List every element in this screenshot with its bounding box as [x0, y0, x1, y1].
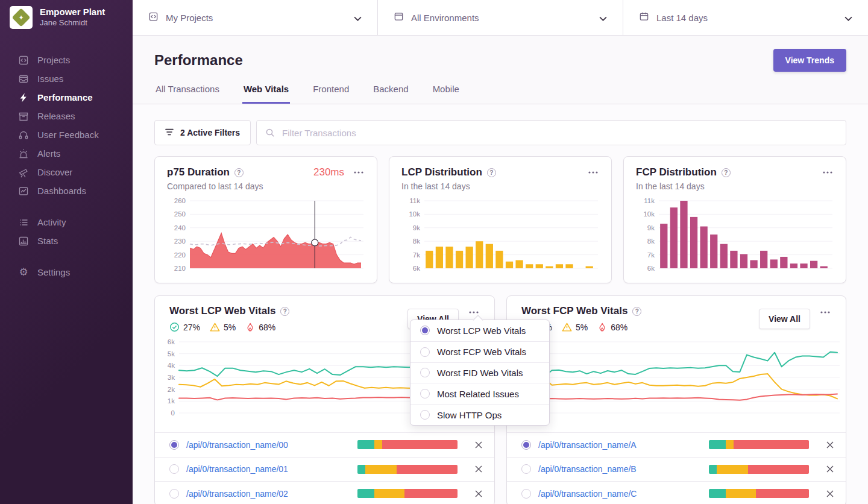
help-icon[interactable]: ? — [722, 168, 731, 177]
close-icon[interactable] — [473, 488, 484, 499]
good-stat: 27% — [169, 322, 200, 332]
close-icon[interactable] — [473, 464, 484, 474]
option-radio[interactable] — [420, 326, 430, 335]
card-menu-button[interactable] — [819, 309, 831, 316]
tab-backend[interactable]: Backend — [372, 84, 409, 104]
dropdown-option-worst-fcp-web-vitals[interactable]: Worst FCP Web Vitals — [410, 341, 549, 362]
sidebar-item-activity[interactable]: Activity — [0, 213, 133, 232]
transaction-link[interactable]: /api/0/transaction_name/00 — [186, 440, 288, 450]
daterange-selector[interactable]: Last 14 days — [623, 0, 868, 35]
vitals-type-dropdown: Worst LCP Web VitalsWorst FCP Web Vitals… — [410, 320, 550, 426]
vitals-breakdown-bar — [709, 440, 809, 449]
transaction-link[interactable]: /api/0/transaction_name/C — [538, 489, 637, 499]
sidebar-item-performance[interactable]: Performance — [0, 88, 133, 107]
sidebar-item-alerts[interactable]: Alerts — [0, 144, 133, 163]
tab-mobile[interactable]: Mobile — [432, 84, 461, 104]
option-label: Slow HTTP Ops — [437, 410, 502, 420]
active-filters-label: 2 Active Filters — [180, 128, 240, 137]
p75-duration-chart: 210220230240250260 — [167, 197, 365, 277]
performance-icon — [18, 92, 29, 103]
calendar-icon — [639, 11, 649, 24]
sidebar-item-projects[interactable]: Projects — [0, 51, 133, 69]
close-icon[interactable] — [473, 439, 484, 450]
option-radio[interactable] — [420, 410, 430, 420]
close-icon[interactable] — [825, 439, 835, 450]
dropdown-option-worst-lcp-web-vitals[interactable]: Worst LCP Web Vitals — [410, 320, 549, 341]
transaction-radio[interactable] — [169, 464, 179, 474]
vitals-breakdown-bar — [357, 465, 458, 474]
search-icon — [265, 128, 275, 140]
sidebar-item-discover[interactable]: Discover — [0, 163, 133, 181]
transaction-link[interactable]: /api/0/transaction_name/A — [538, 440, 637, 450]
transaction-radio[interactable] — [521, 464, 531, 474]
sidebar-item-dashboards[interactable]: Dashboards — [0, 181, 133, 200]
tab-all-transactions[interactable]: All Transactions — [154, 84, 221, 104]
meh-segment — [717, 465, 747, 474]
svg-text:240: 240 — [174, 224, 186, 232]
option-radio[interactable] — [420, 389, 430, 398]
dashboards-icon — [18, 186, 29, 197]
dropdown-option-slow-http-ops[interactable]: Slow HTTP Ops — [410, 404, 549, 425]
close-icon[interactable] — [825, 464, 835, 474]
sidebar: ✦ Empower Plant Jane Schmidt Projects Is… — [0, 0, 133, 504]
daterange-selector-label: Last 14 days — [656, 13, 708, 23]
option-label: Most Related Issues — [437, 389, 519, 399]
good-segment — [709, 465, 717, 474]
worst-fcp-web-vitals-card: Worst FCP Web Vitals? 27% 5% 68% View Al… — [506, 295, 846, 504]
meh-stat: 5% — [562, 322, 588, 332]
view-trends-button[interactable]: View Trends — [773, 49, 846, 72]
help-icon[interactable]: ? — [632, 307, 641, 316]
svg-text:7k: 7k — [647, 251, 655, 259]
filter-icon — [165, 128, 174, 137]
window-icon — [394, 11, 404, 24]
sidebar-item-label: User Feedback — [37, 130, 99, 140]
transaction-radio[interactable] — [521, 489, 531, 499]
meh-segment — [374, 440, 382, 449]
transaction-link[interactable]: /api/0/transaction_name/02 — [186, 489, 288, 499]
svg-text:8k: 8k — [413, 238, 420, 245]
card-menu-button[interactable] — [587, 169, 599, 176]
active-filters-button[interactable]: 2 Active Filters — [154, 120, 251, 145]
svg-text:230: 230 — [174, 238, 186, 245]
transaction-link[interactable]: /api/0/transaction_name/01 — [186, 464, 288, 474]
sidebar-item-issues[interactable]: Issues — [0, 69, 133, 88]
option-radio[interactable] — [420, 347, 430, 357]
transaction-radio[interactable] — [169, 489, 179, 499]
transaction-link[interactable]: /api/0/transaction_name/B — [538, 464, 637, 474]
card-title: FCP Distribution — [636, 166, 717, 178]
sidebar-item-stats[interactable]: Stats — [0, 232, 133, 250]
option-label: Worst FID Web Vitals — [437, 368, 523, 378]
transaction-radio[interactable] — [521, 440, 531, 450]
dropdown-option-most-related-issues[interactable]: Most Related Issues — [410, 383, 549, 404]
project-selector[interactable]: My Projects — [133, 0, 377, 35]
search-input[interactable] — [256, 120, 846, 145]
sidebar-item-label: Releases — [37, 111, 75, 121]
project-icon — [148, 11, 159, 24]
view-all-button[interactable]: View All — [759, 309, 810, 329]
sidebar-item-user-feedback[interactable]: User Feedback — [0, 125, 133, 144]
help-icon[interactable]: ? — [234, 168, 244, 177]
org-switcher[interactable]: ✦ Empower Plant Jane Schmidt — [0, 0, 133, 35]
svg-text:6k: 6k — [168, 338, 175, 345]
svg-text:260: 260 — [174, 197, 186, 204]
warning-icon — [210, 322, 220, 332]
environment-selector[interactable]: All Environments — [377, 0, 623, 35]
vitals-breakdown-bar — [709, 465, 809, 474]
card-menu-button[interactable] — [353, 169, 365, 176]
svg-text:7k: 7k — [413, 251, 420, 259]
vitals-breakdown-bar — [709, 489, 809, 498]
help-icon[interactable]: ? — [280, 307, 289, 316]
sidebar-item-releases[interactable]: Releases — [0, 107, 133, 125]
svg-text:10k: 10k — [643, 210, 655, 218]
transaction-radio[interactable] — [169, 440, 179, 450]
sidebar-item-settings[interactable]: ⚙ Settings — [0, 263, 133, 282]
tab-frontend[interactable]: Frontend — [312, 84, 350, 104]
dropdown-option-worst-fid-web-vitals[interactable]: Worst FID Web Vitals — [410, 362, 549, 383]
tab-web-vitals[interactable]: Web Vitals — [242, 84, 290, 104]
help-icon[interactable]: ? — [487, 168, 496, 177]
option-radio[interactable] — [420, 368, 430, 377]
close-icon[interactable] — [825, 488, 835, 499]
meh-segment — [365, 465, 396, 474]
card-menu-button[interactable] — [822, 169, 834, 176]
svg-text:4k: 4k — [168, 362, 175, 369]
